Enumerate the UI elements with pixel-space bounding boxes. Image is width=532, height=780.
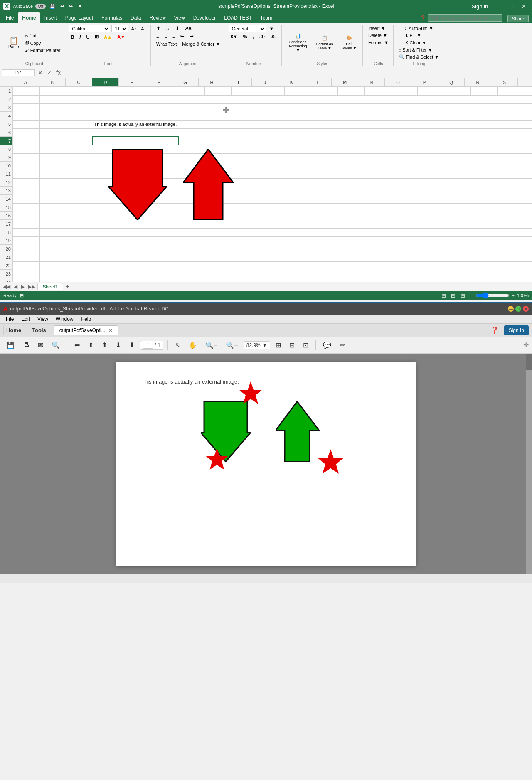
next-sheet-button[interactable]: ▶ xyxy=(20,284,26,290)
row-num-18[interactable]: 18 xyxy=(0,228,12,236)
cell-E3-merged[interactable] xyxy=(178,103,532,112)
help-search-input[interactable] xyxy=(428,14,502,22)
save-pdf-button[interactable]: 💾 xyxy=(3,339,17,351)
align-center-button[interactable]: ≡ xyxy=(163,33,169,40)
sheet-tab-sheet1[interactable]: Sheet1 xyxy=(37,283,63,290)
cell-C1[interactable] xyxy=(66,87,93,95)
add-sheet-button[interactable]: + xyxy=(64,283,71,290)
acrobat-close-button[interactable]: ✕ xyxy=(523,306,529,312)
formula-cancel-button[interactable]: ✕ xyxy=(37,69,44,76)
text-angle-button[interactable]: ↗A xyxy=(182,25,194,32)
zoom-level-display[interactable]: 82.9% ▼ xyxy=(244,341,270,349)
tab-review[interactable]: Review xyxy=(145,12,170,23)
formula-confirm-button[interactable]: ✓ xyxy=(46,69,53,76)
page-break-view-button[interactable]: ⊞ xyxy=(459,292,466,299)
cell-D5[interactable]: This image is actually an external image… xyxy=(93,120,178,128)
col-header-R[interactable]: R xyxy=(465,78,491,86)
acrobat-tab-close-button[interactable]: ✕ xyxy=(108,327,113,333)
tab-load-test[interactable]: LOAD TEST xyxy=(220,12,256,23)
align-bottom-button[interactable]: ⬇ xyxy=(173,25,181,32)
format-cells-button[interactable]: Format ▼ xyxy=(366,39,391,46)
cell-K1[interactable] xyxy=(338,87,365,95)
conditional-formatting-button[interactable]: 📊 Conditional Formatting ▼ xyxy=(285,32,311,54)
merge-center-button[interactable]: Merge & Center ▼ xyxy=(180,41,222,47)
cell-A1[interactable] xyxy=(13,87,39,95)
cell-E4-merged[interactable] xyxy=(178,112,532,120)
cell-C4[interactable] xyxy=(66,112,93,120)
row-num-17[interactable]: 17 xyxy=(0,220,12,228)
tab-insert[interactable]: Insert xyxy=(40,12,61,23)
cell-A8[interactable] xyxy=(13,145,39,153)
row-num-23[interactable]: 23 xyxy=(0,270,12,278)
cell-styles-button[interactable]: 🎨 Cell Styles ▼ xyxy=(338,34,360,52)
print-button[interactable]: 🖶 xyxy=(20,340,32,351)
col-header-L[interactable]: L xyxy=(305,78,332,86)
tab-home[interactable]: Home xyxy=(18,12,40,23)
cell-B7[interactable] xyxy=(39,137,66,145)
cell-E1[interactable] xyxy=(178,87,205,95)
number-format-select[interactable]: General xyxy=(229,25,266,32)
cell-G1[interactable] xyxy=(232,87,258,95)
delete-cells-button[interactable]: Delete ▼ xyxy=(366,32,391,39)
acrobat-menu-view[interactable]: View xyxy=(34,315,52,323)
col-header-N[interactable]: N xyxy=(358,78,385,86)
prev-page-button[interactable]: ⬅ xyxy=(71,339,83,351)
cell-C7[interactable] xyxy=(66,137,93,145)
col-header-K[interactable]: K xyxy=(278,78,305,86)
acrobat-menu-edit[interactable]: Edit xyxy=(18,315,33,323)
cell-D3[interactable] xyxy=(93,103,178,112)
row-num-24[interactable]: 24 xyxy=(0,278,12,282)
row-num-5[interactable]: 5 xyxy=(0,120,12,128)
more-qa-button[interactable]: ▼ xyxy=(76,3,84,9)
insert-cells-button[interactable]: Insert ▼ xyxy=(366,25,391,32)
acrobat-scrollbar[interactable] xyxy=(526,354,532,574)
cell-L1[interactable] xyxy=(365,87,391,95)
paste-button[interactable]: 📋 Paste xyxy=(6,35,22,51)
acrobat-menu-help[interactable]: Help xyxy=(78,315,95,323)
decrease-indent-button[interactable]: ⇤ xyxy=(178,33,186,40)
fit-page-button[interactable]: ⊞ xyxy=(273,339,284,351)
row-num-22[interactable]: 22 xyxy=(0,261,12,270)
minimize-button[interactable]: — xyxy=(494,2,504,10)
name-box[interactable] xyxy=(2,69,35,76)
align-middle-button[interactable]: ↔ xyxy=(163,25,172,32)
acrobat-menu-file[interactable]: File xyxy=(2,315,17,323)
tab-file[interactable]: File xyxy=(2,12,18,23)
cell-D4[interactable] xyxy=(93,112,178,120)
tab-data[interactable]: Data xyxy=(126,12,145,23)
cut-button[interactable]: ✂ Cut xyxy=(22,32,63,39)
formula-input[interactable] xyxy=(64,69,530,76)
cell-B5[interactable] xyxy=(39,120,66,128)
cell-H1[interactable] xyxy=(258,87,285,95)
email-button[interactable]: ✉ xyxy=(35,339,46,351)
font-color-button[interactable]: A▼ xyxy=(115,34,127,40)
tab-page-layout[interactable]: Page Layout xyxy=(61,12,97,23)
prev-sheet-button2[interactable]: ◀ xyxy=(12,284,19,290)
row-num-3[interactable]: 3 xyxy=(0,103,12,112)
markup-button[interactable]: ✏ xyxy=(337,339,348,351)
close-button[interactable]: ✕ xyxy=(519,2,529,10)
last-page-button[interactable]: ⬇ xyxy=(126,339,138,351)
sort-filter-button[interactable]: ↕ Sort & Filter ▼ xyxy=(397,47,441,53)
autosum-button[interactable]: Σ AutoSum ▼ xyxy=(403,25,436,32)
tab-developer[interactable]: Developer xyxy=(189,12,220,23)
row-num-8[interactable]: 8 xyxy=(0,145,12,153)
cell-C3[interactable] xyxy=(66,103,93,112)
font-size-increase-button[interactable]: A↑ xyxy=(129,25,138,32)
row-num-21[interactable]: 21 xyxy=(0,253,12,261)
cell-B3[interactable] xyxy=(39,103,66,112)
font-size-decrease-button[interactable]: A↓ xyxy=(139,25,148,32)
cell-N1[interactable] xyxy=(418,87,444,95)
col-header-S[interactable]: S xyxy=(491,78,518,86)
acrobat-home-button[interactable]: Home xyxy=(3,325,24,335)
cell-C8[interactable] xyxy=(66,145,93,153)
cell-E2-merged[interactable] xyxy=(178,95,532,103)
acrobat-doc-tab[interactable]: outputPdfSaveOpti... ✕ xyxy=(54,325,118,335)
prev-sheet-button[interactable]: ◀◀ xyxy=(2,284,12,290)
fill-button[interactable]: ⬇ Fill ▼ xyxy=(403,32,436,39)
cell-Q1[interactable] xyxy=(498,87,524,95)
col-header-G[interactable]: G xyxy=(172,78,199,86)
row-num-4[interactable]: 4 xyxy=(0,112,12,120)
cell-B1[interactable] xyxy=(39,87,66,95)
cell-D6[interactable] xyxy=(93,128,178,137)
